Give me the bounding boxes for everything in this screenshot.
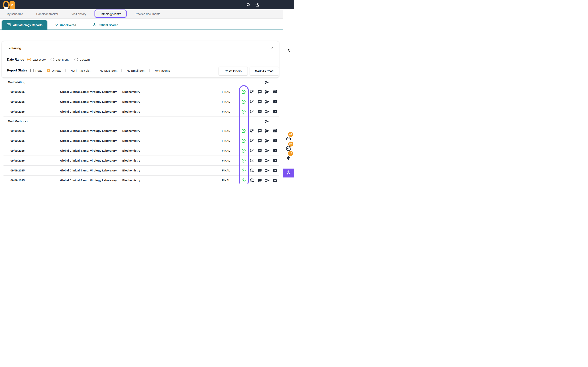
sms-icon[interactable] <box>257 148 262 153</box>
email-unread-icon[interactable] <box>273 129 277 133</box>
task-add-icon[interactable] <box>250 109 254 114</box>
sms-icon[interactable] <box>257 100 262 104</box>
checkbox-icon[interactable] <box>121 69 125 72</box>
radio-icon[interactable] <box>27 58 31 61</box>
checkbox-icon[interactable] <box>30 69 34 72</box>
task-add-icon[interactable] <box>250 168 254 173</box>
email-unread-icon[interactable] <box>273 100 277 104</box>
checkbox-read[interactable]: Read <box>30 69 42 72</box>
email-unread-icon[interactable] <box>273 138 277 143</box>
email-unread-icon[interactable] <box>273 158 277 163</box>
report-date: 09/09/2025 <box>10 149 60 152</box>
report-row[interactable]: 09/09/2025 Global Clinical &amp; Virolog… <box>3 97 279 107</box>
send-icon[interactable] <box>265 178 270 183</box>
reset-filters-button[interactable]: Reset Filters <box>218 67 248 75</box>
report-row[interactable]: 09/09/2025 Global Clinical &amp; Virolog… <box>3 166 279 175</box>
send-icon[interactable] <box>264 119 269 124</box>
whatsapp-icon[interactable] <box>241 178 246 183</box>
checkbox-no-email-sent[interactable]: No Email Sent <box>121 69 145 72</box>
report-row[interactable]: 09/09/2025 Global Clinical &amp; Virolog… <box>3 146 279 156</box>
whatsapp-icon[interactable] <box>241 158 246 163</box>
search-icon[interactable] <box>246 2 251 7</box>
task-add-icon[interactable] <box>250 100 254 104</box>
checkbox-icon[interactable] <box>66 69 69 72</box>
radio-icon[interactable] <box>75 58 78 61</box>
radio-last-week[interactable]: Last Week <box>27 58 46 61</box>
sms-icon[interactable] <box>257 178 262 183</box>
report-discipline: Biochemistry <box>122 179 210 182</box>
report-row[interactable]: 09/09/2025 Global Clinical &amp; Virolog… <box>3 136 279 146</box>
whatsapp-icon[interactable] <box>241 100 246 104</box>
task-add-icon[interactable] <box>250 178 254 183</box>
whatsapp-icon[interactable] <box>241 168 246 173</box>
send-icon[interactable] <box>265 168 270 173</box>
top-bar <box>0 0 294 9</box>
sms-icon[interactable] <box>257 129 262 133</box>
radio-last-month[interactable]: Last Month <box>51 58 70 61</box>
whatsapp-icon[interactable] <box>241 148 246 153</box>
send-icon[interactable] <box>265 129 270 133</box>
checkbox-my-patients[interactable]: My Patients <box>149 69 170 72</box>
home-button[interactable] <box>9 1 15 9</box>
report-row[interactable]: 09/09/2025 Global Clinical &amp; Virolog… <box>3 126 279 136</box>
send-icon[interactable] <box>265 90 270 94</box>
task-add-icon[interactable] <box>250 148 254 153</box>
checkbox-icon[interactable] <box>47 69 50 72</box>
counter-badge: 84 <box>288 132 293 137</box>
whatsapp-icon[interactable] <box>241 109 246 114</box>
report-laboratory: Global Clinical &amp; Virology Laborator… <box>60 169 122 172</box>
radio-custom[interactable]: Custom <box>75 58 90 61</box>
task-add-icon[interactable] <box>250 138 254 143</box>
sms-icon[interactable] <box>257 138 262 143</box>
task-add-icon[interactable] <box>250 129 254 133</box>
checkbox-icon[interactable] <box>95 69 98 72</box>
sms-icon[interactable] <box>257 158 262 163</box>
person-add-icon[interactable] <box>255 2 259 7</box>
help-button[interactable]: ? <box>283 168 294 177</box>
send-icon[interactable] <box>265 138 270 143</box>
whatsapp-icon[interactable] <box>241 138 246 143</box>
email-unread-icon[interactable] <box>273 148 277 153</box>
print-queue-counter[interactable]: 84 <box>285 133 294 142</box>
ink-counter[interactable]: 20 <box>285 152 294 161</box>
task-add-icon[interactable] <box>250 158 254 163</box>
checkbox-no-sms-sent[interactable]: No SMS Sent <box>95 69 117 72</box>
report-date: 09/09/2025 <box>10 100 60 103</box>
send-icon[interactable] <box>264 80 269 85</box>
email-unread-icon[interactable] <box>273 168 277 173</box>
sms-icon[interactable] <box>257 90 262 94</box>
subtab-patient-search[interactable]: Patient Search <box>87 20 123 30</box>
chevron-up-icon[interactable] <box>270 46 274 50</box>
email-unread-icon[interactable] <box>273 178 277 183</box>
checkbox-unread[interactable]: Unread <box>47 69 61 72</box>
send-icon[interactable] <box>265 148 270 153</box>
report-row[interactable]: 09/09/2025 Global Clinical &amp; Virolog… <box>3 175 279 184</box>
subtab-undelivered[interactable]: ? Undelivered <box>50 20 81 30</box>
report-row[interactable]: 09/09/2025 Global Clinical &amp; Virolog… <box>3 107 279 117</box>
counter-badge: 20 <box>288 151 293 156</box>
report-row[interactable]: 09/09/2025 Global Clinical &amp; Virolog… <box>3 87 279 97</box>
whatsapp-icon[interactable] <box>241 129 246 133</box>
sms-icon[interactable] <box>257 168 262 173</box>
tab-visit-history[interactable]: Visit history <box>65 12 93 16</box>
email-unread-icon[interactable] <box>273 90 277 94</box>
send-icon[interactable] <box>265 100 270 104</box>
tab-practice-documents[interactable]: Practice documents <box>128 12 167 16</box>
mark-as-read-button[interactable]: Mark As Read <box>250 67 279 75</box>
subtab-all-pathology-reports[interactable]: All Pathology Reports <box>1 20 47 30</box>
radio-icon[interactable] <box>51 58 54 61</box>
task-add-icon[interactable] <box>250 90 254 94</box>
tab-pathology-centre[interactable]: Pathology centre <box>93 12 128 16</box>
checkbox-icon[interactable] <box>149 69 153 72</box>
send-icon[interactable] <box>265 109 270 114</box>
tab-condition-tracker[interactable]: Condition tracker <box>30 12 65 16</box>
report-date: 09/09/2025 <box>10 179 60 182</box>
send-icon[interactable] <box>265 158 270 163</box>
sms-icon[interactable] <box>257 109 262 114</box>
tasks-counter[interactable]: 27 <box>285 143 294 151</box>
report-row[interactable]: 09/09/2025 Global Clinical &amp; Virolog… <box>3 156 279 166</box>
tab-my-schedule[interactable]: My schedule <box>0 12 30 16</box>
whatsapp-icon[interactable] <box>241 90 246 94</box>
email-unread-icon[interactable] <box>273 109 277 114</box>
checkbox-not-in-task-list[interactable]: Not in Task List <box>66 69 90 72</box>
